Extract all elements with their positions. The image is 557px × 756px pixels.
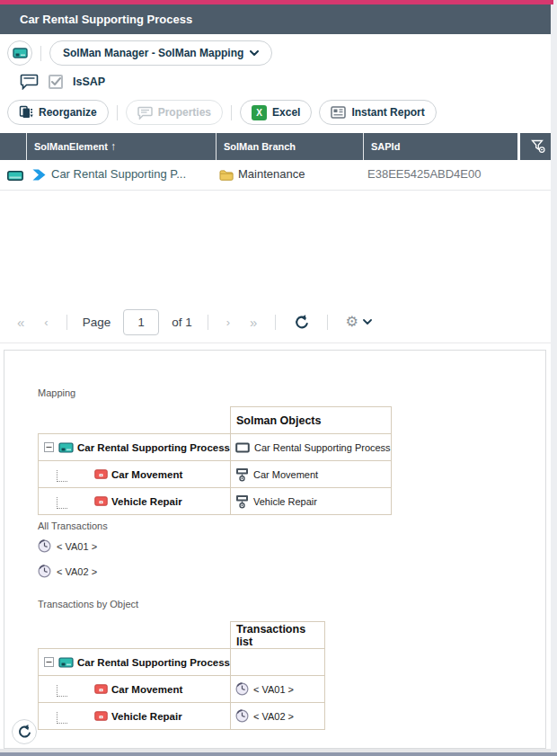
- issap-checkbox[interactable]: [49, 75, 63, 89]
- solman-step-icon: [235, 494, 249, 509]
- mapping-table: Solman Objects: [38, 406, 392, 515]
- grid-header-icon-column: [0, 133, 27, 160]
- drilldown-arrow-icon[interactable]: [32, 169, 46, 181]
- process-step-icon-red: [94, 684, 108, 694]
- column-label: SAPId: [371, 141, 400, 152]
- column-label: SolMan Branch: [224, 141, 296, 152]
- report-selector-dropdown[interactable]: SolMan Manager - SolMan Mapping: [49, 40, 272, 66]
- table-row: Car Rental Supporting Process Car Rental…: [39, 434, 392, 461]
- transactions-table: Transactions list: [38, 621, 325, 730]
- properties-label: Properties: [158, 106, 211, 119]
- tree-connector: [57, 712, 67, 724]
- table-row: Car Rental Supporting Process: [39, 649, 325, 676]
- tree-connector: [57, 685, 67, 697]
- transaction-cell-empty: [230, 649, 324, 676]
- refresh-icon: [293, 314, 310, 331]
- report-panel: Mapping Solman Objects: [4, 350, 546, 749]
- grid-header: SolManElement↑ SolMan Branch SAPId: [0, 133, 551, 160]
- comment-icon[interactable]: [20, 74, 39, 90]
- table-row: Vehicle Repair: [39, 703, 325, 730]
- transaction-clock-icon: [235, 709, 249, 723]
- solman-process-icon: [235, 442, 250, 453]
- excel-button[interactable]: X Excel: [240, 100, 312, 125]
- row-element-name[interactable]: Car Rental Supporting P...: [51, 167, 211, 181]
- reorganize-button[interactable]: Reorganize: [7, 100, 109, 125]
- mapping-table-header: Solman Objects: [230, 407, 391, 434]
- transaction-code: < VA02 >: [57, 566, 97, 577]
- prev-page-button[interactable]: ‹: [34, 316, 57, 329]
- transaction-code: < VA01 >: [253, 684, 294, 695]
- pagination-bar: « ‹ Page of 1 › » ⚙: [7, 306, 381, 338]
- page-number-input[interactable]: [123, 309, 159, 335]
- first-page-button[interactable]: «: [7, 315, 34, 330]
- transaction-code: < VA02 >: [253, 711, 294, 722]
- issap-label: IsSAP: [73, 76, 105, 88]
- tree-node-label: Car Rental Supporting Process: [77, 657, 230, 668]
- column-label: SolManElement: [34, 141, 108, 152]
- row-sapid: E38EE5425ABD4E00: [367, 167, 481, 181]
- transaction-clock-icon: [38, 565, 51, 578]
- chevron-down-icon: [250, 50, 259, 57]
- grid-header-solman-branch[interactable]: SolMan Branch: [217, 133, 364, 160]
- transaction-item: < VA01 >: [38, 539, 97, 553]
- transaction-code: < VA01 >: [57, 541, 97, 552]
- refresh-button[interactable]: [284, 314, 319, 331]
- tree-node-label: Vehicle Repair: [111, 711, 182, 722]
- last-page-button[interactable]: »: [240, 315, 267, 330]
- tree-node-label: Vehicle Repair: [111, 496, 182, 507]
- toolbar: Reorganize Properties X Excel: [7, 100, 437, 125]
- process-step-icon-red: [94, 496, 108, 506]
- model-type-button[interactable]: [7, 40, 32, 66]
- tree-node-label: Car Movement: [111, 469, 182, 480]
- folder-icon: [219, 169, 234, 181]
- solman-object-label: Vehicle Repair: [253, 496, 317, 507]
- tree-node-label: Car Rental Supporting Process: [77, 442, 230, 453]
- tree-node-label: Car Movement: [111, 684, 182, 695]
- instant-report-button[interactable]: Instant Report: [319, 100, 436, 125]
- row-branch: Maintenance: [238, 167, 305, 181]
- transactions-by-object-title: Transactions by Object: [38, 599, 138, 609]
- next-page-button[interactable]: ›: [217, 316, 240, 329]
- divider: [117, 105, 118, 120]
- sort-asc-icon: ↑: [111, 140, 116, 153]
- divider: [66, 315, 67, 330]
- divider: [40, 46, 41, 61]
- report-selector-label: SolMan Manager - SolMan Mapping: [63, 47, 243, 59]
- excel-label: Excel: [272, 106, 300, 119]
- transaction-clock-icon: [235, 682, 249, 696]
- divider-line: [0, 342, 551, 343]
- process-model-icon: [13, 48, 28, 58]
- collapse-toggle[interactable]: [44, 657, 54, 667]
- process-model-icon: [58, 442, 74, 453]
- tree-connector: [57, 497, 67, 509]
- right-gutter: [551, 0, 557, 756]
- page-of-label: of 1: [172, 316, 192, 329]
- gear-icon: ⚙: [345, 315, 358, 329]
- grid-header-solmanelement[interactable]: SolManElement↑: [27, 133, 217, 160]
- transaction-item: < VA02 >: [38, 565, 97, 578]
- grid-header-sapid[interactable]: SAPId: [364, 133, 517, 160]
- model-chip-icon: [7, 171, 23, 181]
- properties-icon: [137, 106, 153, 120]
- table-row: Vehicle Repair: [39, 488, 392, 515]
- solman-object-label: Car Movement: [253, 469, 318, 480]
- empty-header-cell: [39, 622, 231, 649]
- model-selector-row: SolMan Manager - SolMan Mapping: [7, 40, 272, 66]
- transaction-clock-icon: [38, 539, 51, 553]
- page-title: Car Rental Supporting Process: [20, 13, 192, 26]
- excel-icon: X: [252, 105, 267, 120]
- settings-menu-button[interactable]: ⚙: [336, 315, 380, 329]
- table-row[interactable]: Car Rental Supporting P... Maintenance E…: [0, 160, 551, 191]
- properties-button[interactable]: Properties: [126, 100, 223, 125]
- transactions-table-header: Transactions list: [230, 622, 324, 649]
- divider: [327, 315, 328, 330]
- report-refresh-button[interactable]: [12, 719, 37, 744]
- collapse-toggle[interactable]: [44, 442, 54, 452]
- refresh-icon: [16, 724, 32, 740]
- process-model-icon: [58, 657, 74, 668]
- table-row: Car Movement: [39, 676, 325, 703]
- process-step-icon-red: [94, 469, 108, 479]
- filter-button[interactable]: [520, 133, 550, 160]
- attributes-row: IsSAP: [20, 72, 105, 92]
- mapping-title: Mapping: [38, 387, 75, 398]
